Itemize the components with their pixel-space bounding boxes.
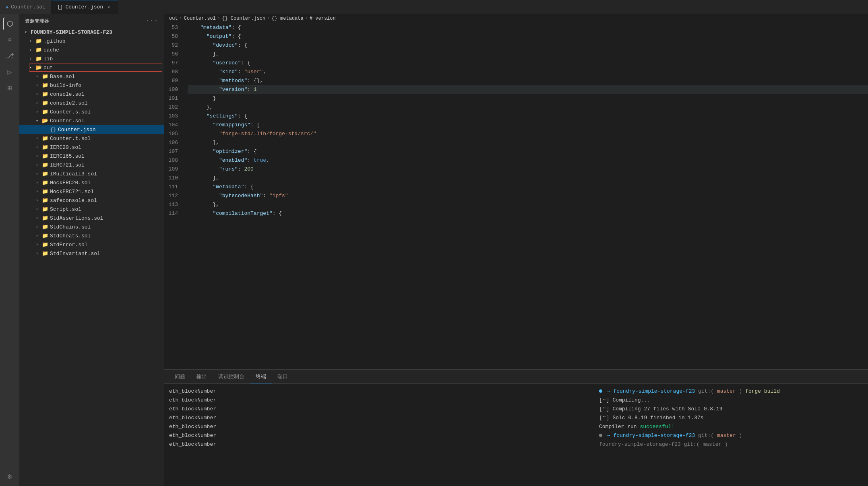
terminal-line-finished: [⠒] Solc 0.8.19 finished in 1.37s (599, 414, 863, 422)
sidebar-item-stderr-sol[interactable]: › 📁 StdError.sol (19, 240, 164, 249)
folder-icon: 📁 (42, 215, 48, 221)
sidebar-item-counter-s-sol[interactable]: › 📁 Counter.s.sol (19, 107, 164, 116)
sidebar-item-build-info[interactable]: › 📁 build-info (19, 81, 164, 90)
sidebar-item-lib[interactable]: › 📁 lib (19, 54, 164, 63)
sidebar-item-stdassertions-sol[interactable]: › 📁 StdAssertions.sol (19, 214, 164, 222)
sidebar-item-ierc721-sol[interactable]: › 📁 IERC721.sol (19, 161, 164, 169)
sidebar-item-ierc20-sol[interactable]: › 📁 IERC20.sol (19, 143, 164, 152)
code-line-53: "metadata": { (188, 23, 868, 32)
mockerc721-chevron-icon: › (34, 188, 40, 195)
breadcrumb-counter-sol[interactable]: Counter.sol (184, 16, 216, 21)
folder-icon: 📁 (42, 188, 48, 195)
sidebar-item-console2-sol[interactable]: › 📁 console2.sol (19, 99, 164, 107)
folder-icon: 📁 (42, 224, 48, 230)
tab-terminal[interactable]: 终端 (250, 370, 272, 383)
sidebar-item-counter-sol-folder[interactable]: ▾ 📂 Counter.sol (19, 116, 164, 125)
json-icon: {} (57, 4, 63, 10)
terminal-line-success: Compiler run successful! (599, 422, 863, 431)
folder-icon: 📁 (42, 206, 48, 212)
sidebar-item-github[interactable]: › 📁 .github (19, 37, 164, 45)
code-line-113: }, (188, 200, 868, 209)
sidebar-item-out[interactable]: ▾ 📂 out (19, 63, 164, 72)
source-control-icon[interactable]: ⎇ (3, 49, 16, 62)
stderr-sol-label: StdError.sol (50, 242, 164, 248)
code-editor: 53 58 92 96 97 98 99 100 101 102 103 104… (164, 23, 868, 369)
tab-counter-json[interactable]: {} Counter.json ✕ (52, 0, 118, 14)
sol-icon: ◈ (6, 4, 8, 10)
extensions-icon[interactable]: ⊞ (3, 82, 16, 95)
counter-t-sol-label: Counter.t.sol (50, 136, 164, 142)
folder-icon: 📁 (42, 153, 48, 159)
sidebar-item-mockerc20-sol[interactable]: › 📁 MockERC20.sol (19, 178, 164, 187)
github-label: .github (43, 38, 164, 44)
folder-icon: 📁 (35, 47, 42, 53)
code-line-103: "settings": { (188, 112, 868, 121)
remote-icon[interactable]: ⚙ (3, 470, 16, 483)
breadcrumb-out[interactable]: out (169, 16, 178, 21)
sidebar-item-stdinvariant-sol[interactable]: › 📁 StdInvariant.sol (19, 249, 164, 258)
stdinvariant-chevron-icon: › (34, 250, 40, 257)
tab-problems[interactable]: 问题 (169, 370, 191, 383)
folder-icon: 📁 (42, 241, 48, 248)
folder-icon: 📁 (42, 100, 48, 106)
sidebar-item-mockerc721-sol[interactable]: › 📁 MockERC721.sol (19, 187, 164, 196)
terminal-line: eth_blockNumber (169, 414, 589, 422)
cache-chevron-icon: › (27, 47, 34, 53)
code-line-104: "remappings": [ (188, 121, 868, 130)
tab-output[interactable]: 输出 (191, 370, 213, 383)
sidebar-item-console-sol[interactable]: › 📁 console.sol (19, 90, 164, 99)
sidebar-item-ierc165-sol[interactable]: › 📁 IERC165.sol (19, 152, 164, 161)
sidebar-item-cache[interactable]: › 📁 cache (19, 45, 164, 54)
sidebar-item-stdchains-sol[interactable]: › 📁 StdChains.sol (19, 222, 164, 231)
terminal-content: eth_blockNumber eth_blockNumber eth_bloc… (164, 384, 868, 486)
breadcrumb: out › Counter.sol › {} Counter.json › {}… (164, 14, 868, 23)
stdchains-sol-label: StdChains.sol (50, 224, 164, 230)
sidebar-item-imulticall3-sol[interactable]: › 📁 IMulticall3.sol (19, 169, 164, 178)
tree-root-folder[interactable]: ▾ FOUNDRY-SIMPLE-STORAGE-F23 (19, 28, 164, 37)
code-line-100: "version": 1 (188, 85, 868, 94)
base-chevron-icon: › (34, 73, 40, 80)
tab-counter-sol[interactable]: ◈ Counter.sol (0, 0, 52, 14)
tab-close-button[interactable]: ✕ (105, 4, 112, 10)
folder-open-icon: 📂 (42, 117, 48, 124)
json-file-icon: {} (50, 127, 56, 133)
tab-debug-console[interactable]: 调试控制台 (213, 370, 250, 383)
activity-bar: ⬡ ⌕ ⎇ ▷ ⊞ ⚙ (0, 14, 19, 486)
ierc721-sol-label: IERC721.sol (50, 162, 164, 168)
stdassertions-sol-label: StdAssertions.sol (50, 215, 164, 221)
sidebar-item-script-sol[interactable]: › 📁 Script.sol (19, 205, 164, 214)
ierc721-chevron-icon: › (34, 162, 40, 168)
code-line-101: } (188, 94, 868, 103)
sidebar-menu-button[interactable]: ··· (146, 17, 158, 25)
stdinvariant-sol-label: StdInvariant.sol (50, 251, 164, 257)
code-line-107: "optimizer": { (188, 147, 868, 156)
explorer-icon[interactable]: ⬡ (3, 17, 16, 30)
debug-icon[interactable]: ▷ (3, 66, 16, 78)
breadcrumb-version[interactable]: # version (310, 16, 336, 21)
main-layout: ⬡ ⌕ ⎇ ▷ ⊞ ⚙ 资源管理器 ··· ▾ FOUNDRY-SIMPLE-S… (0, 14, 868, 486)
code-line-102: }, (188, 103, 868, 112)
code-line-97: "userdoc": { (188, 59, 868, 68)
safeconsole-sol-label: safeconsole.sol (50, 198, 164, 204)
sidebar-item-counter-json[interactable]: › {} Counter.json (19, 125, 164, 134)
code-line-58: "output": { (188, 32, 868, 41)
out-chevron-icon: ▾ (27, 64, 34, 71)
sidebar-item-counter-t-sol[interactable]: › 📁 Counter.t.sol (19, 134, 164, 143)
folder-icon: 📁 (42, 197, 48, 204)
folder-icon: 📁 (42, 73, 48, 80)
counter-t-chevron-icon: › (34, 135, 40, 142)
code-lines[interactable]: "metadata": { "output": { "devdoc": { }, (184, 23, 868, 369)
terminal-tabs: 问题 输出 调试控制台 终端 端口 (164, 370, 868, 384)
breadcrumb-metadata[interactable]: {} metadata (271, 16, 303, 21)
tab-ports[interactable]: 端口 (272, 370, 293, 383)
search-icon[interactable]: ⌕ (3, 33, 16, 46)
sidebar-item-base-sol[interactable]: › 📁 Base.sol (19, 72, 164, 81)
breadcrumb-counter-json[interactable]: {} Counter.json (222, 16, 265, 21)
sidebar-item-stdcheats-sol[interactable]: › 📁 StdCheats.sol (19, 231, 164, 240)
counter-json-label: Counter.json (58, 127, 164, 133)
tab-label-counter-sol: Counter.sol (11, 4, 45, 10)
sidebar-item-safeconsole-sol[interactable]: › 📁 safeconsole.sol (19, 196, 164, 205)
mockerc721-sol-label: MockERC721.sol (50, 189, 164, 195)
code-line-92: "devdoc": { (188, 41, 868, 50)
tab-label-counter-json: Counter.json (65, 4, 103, 10)
